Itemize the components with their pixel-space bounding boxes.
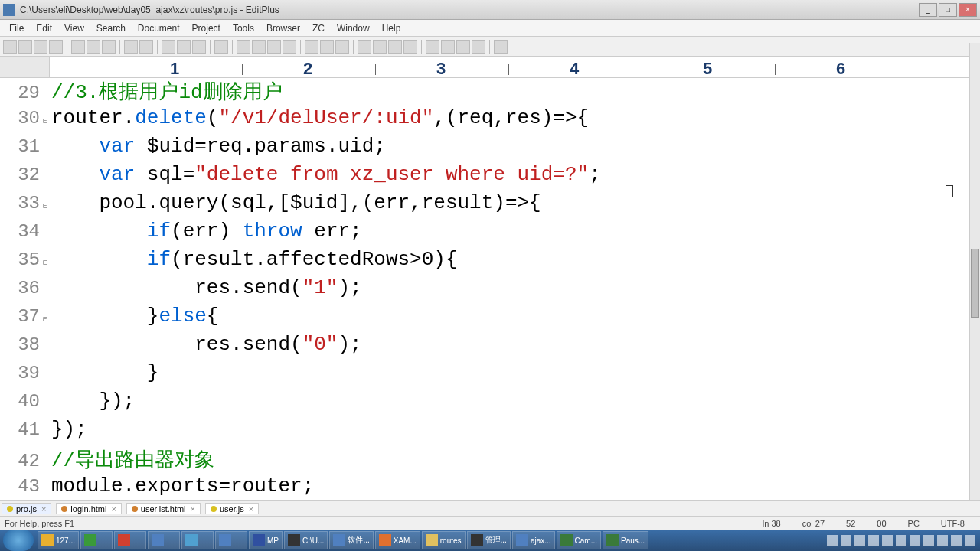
menu-edit[interactable]: Edit: [30, 21, 58, 35]
toolbar-button[interactable]: [102, 40, 116, 54]
code-text[interactable]: });: [50, 418, 87, 441]
toolbar-button[interactable]: [358, 40, 371, 54]
tray-icon[interactable]: [951, 535, 962, 546]
code-text[interactable]: router.delete("/v1/delUser/:uid",(req,re…: [50, 106, 589, 129]
taskbar-item[interactable]: 127...: [38, 531, 79, 549]
code-line[interactable]: 37⊟ }else{: [0, 305, 969, 333]
fold-icon[interactable]: ⊟: [43, 308, 50, 324]
menu-view[interactable]: View: [58, 21, 90, 35]
fold-icon[interactable]: ⊟: [43, 110, 50, 126]
close-button[interactable]: ×: [959, 3, 977, 17]
code-line[interactable]: 38 res.send("0");: [0, 333, 969, 361]
code-text[interactable]: module.exports=router;: [50, 474, 314, 497]
toolbar-button[interactable]: [18, 40, 32, 54]
toolbar-button[interactable]: [305, 40, 318, 54]
toolbar-button[interactable]: [49, 40, 63, 54]
code-line[interactable]: 34 if(err) throw err;: [0, 220, 969, 248]
tray-icon[interactable]: [841, 535, 851, 546]
taskbar-item[interactable]: [181, 531, 214, 549]
fold-icon[interactable]: ⊟: [43, 252, 50, 267]
toolbar-button[interactable]: [87, 40, 100, 54]
code-line[interactable]: 41});: [0, 418, 969, 446]
code-editor[interactable]: 29//3.根据用户id删除用户30⊟router.delete("/v1/de…: [0, 78, 969, 500]
toolbar-button[interactable]: [237, 40, 250, 54]
code-text[interactable]: }else{: [50, 305, 218, 328]
menu-help[interactable]: Help: [376, 21, 407, 35]
toolbar-button[interactable]: [494, 40, 508, 54]
toolbar-button[interactable]: [472, 40, 485, 54]
code-line[interactable]: 33⊟ pool.query(sql,[$uid],(err,result)=>…: [0, 191, 969, 220]
toolbar-button[interactable]: [373, 40, 387, 54]
code-text[interactable]: if(err) throw err;: [50, 220, 362, 243]
taskbar-item[interactable]: [215, 531, 247, 549]
toolbar-button[interactable]: [426, 40, 439, 54]
toolbar-button[interactable]: [441, 40, 455, 54]
toolbar-button[interactable]: [177, 40, 191, 54]
menu-tools[interactable]: Tools: [227, 21, 260, 35]
code-line[interactable]: 42//导出路由器对象: [0, 446, 969, 474]
toolbar-button[interactable]: [456, 40, 470, 54]
toolbar-button[interactable]: [267, 40, 281, 54]
code-text[interactable]: }: [50, 361, 158, 384]
toolbar-button[interactable]: [34, 40, 47, 54]
menu-browser[interactable]: Browser: [260, 21, 306, 35]
toolbar-button[interactable]: [192, 40, 206, 54]
code-line[interactable]: 30⊟router.delete("/v1/delUser/:uid",(req…: [0, 106, 969, 135]
toolbar-button[interactable]: [403, 40, 417, 54]
taskbar-item[interactable]: C:\U...: [284, 531, 328, 549]
toolbar-button[interactable]: [388, 40, 402, 54]
fold-icon[interactable]: ⊟: [43, 195, 50, 210]
taskbar-item[interactable]: Paus...: [603, 531, 648, 549]
code-text[interactable]: //导出路由器对象: [50, 446, 214, 473]
vertical-scrollbar[interactable]: [969, 43, 980, 500]
file-tab-user-js[interactable]: user.js×: [205, 503, 259, 514]
tray-icon[interactable]: [868, 535, 879, 546]
tray-icon[interactable]: [937, 535, 948, 546]
taskbar-item[interactable]: [114, 531, 146, 549]
toolbar-button[interactable]: [71, 40, 85, 54]
code-text[interactable]: res.send("1");: [50, 276, 362, 299]
toolbar-button[interactable]: [214, 40, 228, 54]
maximize-button[interactable]: □: [939, 3, 957, 17]
minimize-button[interactable]: _: [919, 3, 937, 17]
toolbar-button[interactable]: [252, 40, 266, 54]
code-text[interactable]: res.send("0");: [50, 333, 362, 356]
taskbar-item[interactable]: 管理...: [467, 531, 511, 549]
menu-document[interactable]: Document: [132, 21, 186, 35]
code-line[interactable]: 40 });: [0, 390, 969, 418]
menu-window[interactable]: Window: [331, 21, 376, 35]
taskbar-item[interactable]: XAM...: [375, 531, 420, 549]
toolbar-button[interactable]: [283, 40, 296, 54]
file-tab-userlist-html[interactable]: userlist.html×: [126, 503, 201, 514]
close-tab-icon[interactable]: ×: [41, 504, 46, 514]
menu-search[interactable]: Search: [90, 21, 132, 35]
code-text[interactable]: var $uid=req.params.uid;: [50, 135, 386, 158]
close-tab-icon[interactable]: ×: [249, 504, 253, 514]
file-tab-pro-js[interactable]: pro.js×: [2, 503, 51, 514]
code-text[interactable]: var sql="delete from xz_user where uid=?…: [50, 163, 601, 186]
tray-icon[interactable]: [896, 535, 906, 546]
toolbar-button[interactable]: [3, 40, 17, 54]
tray-icon[interactable]: [854, 535, 865, 546]
close-tab-icon[interactable]: ×: [191, 504, 195, 514]
scrollbar-thumb[interactable]: [971, 249, 979, 318]
tray-icon[interactable]: [910, 535, 920, 546]
menu-file[interactable]: File: [3, 21, 30, 35]
code-line[interactable]: 35⊟ if(result.affectedRows>0){: [0, 248, 969, 276]
toolbar-button[interactable]: [162, 40, 175, 54]
code-text[interactable]: //3.根据用户id删除用户: [50, 78, 283, 105]
menu-project[interactable]: Project: [186, 21, 227, 35]
tray-icon[interactable]: [882, 535, 893, 546]
code-line[interactable]: 31 var $uid=req.params.uid;: [0, 135, 969, 163]
code-line[interactable]: 39 }: [0, 361, 969, 390]
taskbar-item[interactable]: 软件...: [329, 531, 373, 549]
taskbar-item[interactable]: Cam...: [557, 531, 601, 549]
taskbar-item[interactable]: [80, 531, 113, 549]
code-text[interactable]: pool.query(sql,[$uid],(err,result)=>{: [50, 191, 541, 214]
toolbar-button[interactable]: [124, 40, 138, 54]
taskbar-item[interactable]: MP: [249, 531, 283, 549]
tray-icon[interactable]: [923, 535, 934, 546]
code-line[interactable]: 43module.exports=router;: [0, 474, 969, 500]
code-line[interactable]: 29//3.根据用户id删除用户: [0, 78, 969, 106]
file-tab-login-html[interactable]: login.html×: [56, 503, 122, 514]
